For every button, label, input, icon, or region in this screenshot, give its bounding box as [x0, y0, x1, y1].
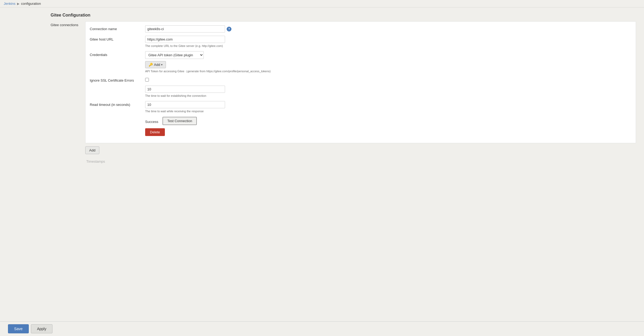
- connections-form: Connection name ? Gitee host URL The com…: [85, 21, 636, 163]
- connection-timeout-hint: The time to wait for establishing the co…: [145, 94, 225, 98]
- connection-name-field: ?: [145, 25, 231, 33]
- test-connection-area: Success Test Connection: [145, 117, 197, 125]
- main-content: Gitee Configuration Gitee connections Co…: [0, 7, 644, 190]
- ignore-ssl-field: [145, 77, 149, 82]
- connection-timeout-label: [90, 86, 143, 87]
- breadcrumb-home[interactable]: Jenkins: [4, 2, 15, 6]
- connection-name-help-icon[interactable]: ?: [227, 27, 231, 31]
- ignore-ssl-row: Ignore SSL Certificate Errors: [90, 77, 631, 82]
- connection-timeout-row: The time to wait for establishing the co…: [90, 86, 631, 98]
- connection-timeout-input[interactable]: [145, 86, 225, 93]
- delete-button[interactable]: Delete: [145, 128, 165, 136]
- add-credentials-button[interactable]: 🔑 Add ▾: [145, 61, 166, 68]
- breadcrumb-separator: ▶: [17, 2, 19, 6]
- ignore-ssl-checkbox[interactable]: [145, 78, 149, 82]
- gitee-host-url-input[interactable]: [145, 36, 225, 43]
- credentials-label: Credentials: [90, 51, 143, 57]
- test-connection-row: Success Test Connection: [90, 117, 631, 125]
- connection-name-input[interactable]: [145, 25, 225, 33]
- credentials-row: Credentials Gitee API token (Gitee plugi…: [90, 51, 631, 73]
- credentials-field-wrap: Gitee API token (Gitee plugin 🔑 Add ▾ AP…: [145, 51, 271, 73]
- success-label: Success: [145, 118, 158, 124]
- read-timeout-input[interactable]: [145, 101, 225, 108]
- section-title: Gitee Configuration: [8, 13, 636, 18]
- api-token-hint: API Token for accessing Gitee（generate f…: [145, 69, 271, 73]
- connection-name-label: Connection name: [90, 25, 143, 31]
- gitee-host-url-row: Gitee host URL The complete URL to the G…: [90, 36, 631, 48]
- read-timeout-label: Read timeout (in seconds): [90, 101, 143, 107]
- breadcrumb-current: configuration: [21, 2, 41, 6]
- key-icon: 🔑: [149, 63, 153, 67]
- read-timeout-field-wrap: The time to wait while receiving the res…: [145, 101, 225, 113]
- timestamps-section: Timestamps: [85, 159, 636, 163]
- add-more-button[interactable]: Add: [85, 146, 99, 154]
- connection-name-row: Connection name ?: [90, 25, 631, 33]
- gitee-host-url-field-wrap: The complete URL to the Gitee server (e.…: [145, 36, 225, 48]
- delete-area: Delete: [145, 128, 165, 136]
- test-connection-button[interactable]: Test Connection: [162, 117, 197, 125]
- ignore-ssl-label: Ignore SSL Certificate Errors: [90, 77, 143, 82]
- delete-spacer: [90, 128, 143, 130]
- connections-label: Gitee connections: [51, 21, 85, 163]
- add-credentials-label: Add: [154, 63, 160, 67]
- connection-timeout-field-wrap: The time to wait for establishing the co…: [145, 86, 225, 98]
- delete-row: Delete: [90, 128, 631, 136]
- gitee-host-url-hint: The complete URL to the Gitee server (e.…: [145, 44, 225, 48]
- credentials-select[interactable]: Gitee API token (Gitee plugin: [145, 51, 204, 59]
- connection-block: Connection name ? Gitee host URL The com…: [85, 21, 636, 143]
- gitee-host-url-label: Gitee host URL: [90, 36, 143, 41]
- gitee-config-wrapper: Gitee connections Connection name ? Gite…: [51, 21, 636, 163]
- add-more-area: Add: [85, 146, 636, 154]
- add-dropdown-arrow-icon: ▾: [161, 63, 162, 66]
- timestamps-label: Timestamps: [86, 159, 105, 163]
- breadcrumb: Jenkins ▶ configuration: [0, 0, 644, 7]
- test-connection-spacer: [90, 117, 143, 118]
- read-timeout-row: Read timeout (in seconds) The time to wa…: [90, 101, 631, 113]
- read-timeout-hint: The time to wait while receiving the res…: [145, 109, 225, 113]
